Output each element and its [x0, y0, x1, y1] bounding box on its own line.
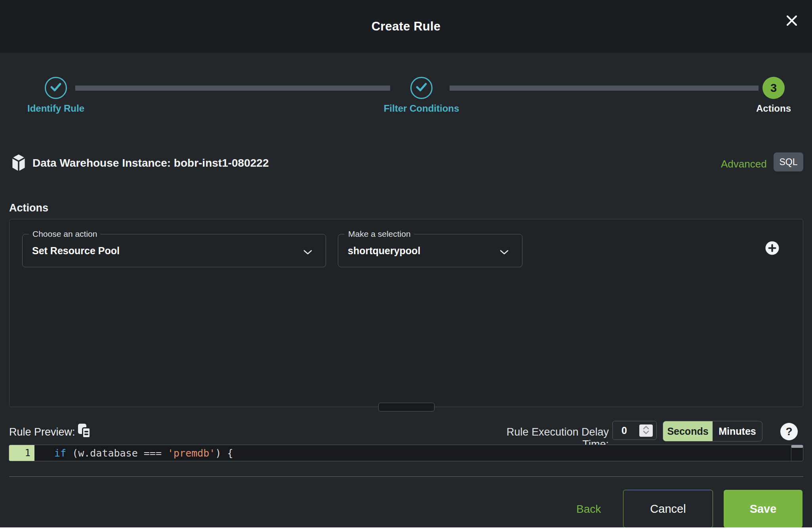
delay-unit-toggle: Seconds Minutes — [663, 421, 762, 441]
create-rule-modal: Create Rule 3 Identify Rule Filter Condi… — [0, 0, 812, 529]
code-line: if (w.database === 'premdb') { — [54, 445, 233, 461]
selection-dropdown[interactable]: Make a selection shortquerypool — [338, 234, 522, 267]
delay-value-box — [612, 421, 657, 440]
rule-preview-code-editor[interactable]: 1 if (w.database === 'premdb') { — [9, 445, 803, 461]
check-icon — [50, 82, 62, 93]
step-label-actions: Actions — [734, 103, 812, 114]
number-stepper[interactable] — [639, 424, 653, 437]
advanced-link[interactable]: Advanced — [721, 158, 767, 170]
save-button[interactable]: Save — [724, 490, 802, 528]
delay-value-input[interactable] — [613, 421, 638, 440]
action-dropdown[interactable]: Choose an action Set Resource Pool — [22, 234, 326, 267]
stepper-chevrons-icon — [642, 425, 650, 436]
sql-button[interactable]: SQL — [774, 152, 803, 171]
chevron-down-icon — [303, 249, 312, 256]
action-dropdown-value: Set Resource Pool — [32, 234, 120, 267]
actions-panel: Choose an action Set Resource Pool Make … — [9, 219, 803, 407]
actions-heading: Actions — [9, 202, 48, 214]
step-number: 3 — [770, 82, 777, 95]
question-mark-icon: ? — [785, 425, 792, 438]
code-scrollbar-thumb[interactable] — [791, 445, 803, 448]
help-button[interactable]: ? — [780, 423, 798, 440]
step-label-filter-conditions[interactable]: Filter Conditions — [362, 103, 481, 114]
cancel-button[interactable]: Cancel — [623, 490, 713, 528]
unit-seconds-button[interactable]: Seconds — [663, 421, 713, 441]
plus-circle-icon — [765, 250, 779, 256]
footer-divider — [9, 476, 803, 477]
step-actions-circle: 3 — [762, 77, 785, 99]
back-button[interactable]: Back — [576, 503, 601, 516]
stepper-track-2 — [450, 86, 759, 91]
stepper-track-1 — [75, 86, 390, 91]
modal-title: Create Rule — [372, 19, 441, 34]
step-identify-rule-circle[interactable] — [45, 77, 67, 99]
code-scrollbar[interactable] — [791, 445, 803, 461]
rule-preview-label: Rule Preview: — [9, 426, 75, 438]
selection-dropdown-value: shortquerypool — [348, 234, 420, 267]
line-number-gutter: 1 — [9, 445, 34, 461]
page-bottom-strip — [0, 527, 812, 529]
step-filter-conditions-circle[interactable] — [410, 77, 433, 99]
close-button[interactable] — [783, 13, 800, 29]
panel-resize-handle[interactable] — [378, 403, 435, 411]
unit-minutes-button[interactable]: Minutes — [713, 421, 762, 441]
step-label-identify-rule[interactable]: Identify Rule — [12, 103, 99, 114]
add-action-button[interactable] — [765, 241, 779, 255]
chevron-down-icon — [500, 249, 509, 256]
copy-icon[interactable] — [78, 424, 93, 440]
instance-title: Data Warehouse Instance: bobr-inst1-0802… — [32, 157, 269, 169]
data-warehouse-cube-icon — [10, 154, 27, 173]
check-icon — [416, 82, 427, 93]
modal-header: Create Rule — [0, 0, 812, 53]
close-icon — [785, 14, 798, 28]
